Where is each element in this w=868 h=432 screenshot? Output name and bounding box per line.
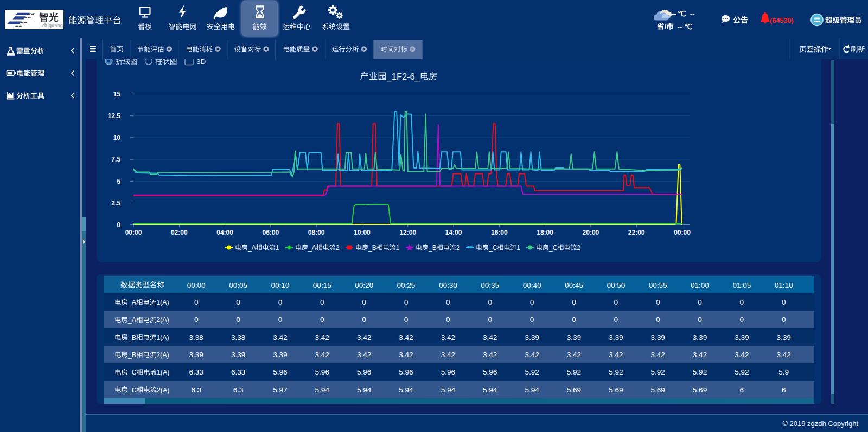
svg-text:15: 15	[113, 91, 121, 98]
svg-text:5.69: 5.69	[609, 386, 623, 394]
svg-text:3.42: 3.42	[399, 351, 413, 359]
svg-text:00:30: 00:30	[439, 281, 457, 289]
svg-text:0: 0	[740, 298, 744, 306]
svg-text:0: 0	[320, 315, 324, 324]
svg-text:/: /	[665, 23, 667, 31]
svg-text:1: 1	[276, 244, 279, 252]
svg-text:_B: _B	[127, 334, 136, 341]
svg-text:Zhiguang: Zhiguang	[42, 23, 63, 28]
svg-text:5.96: 5.96	[441, 368, 455, 376]
svg-text:0: 0	[488, 298, 492, 306]
svg-text:3.42: 3.42	[315, 351, 329, 359]
svg-text:16:00: 16:00	[491, 229, 508, 236]
svg-text:10:00: 10:00	[354, 229, 371, 236]
svg-text:(64530): (64530)	[770, 16, 793, 24]
svg-text:0: 0	[404, 298, 409, 306]
svg-text:04:00: 04:00	[216, 229, 233, 236]
svg-text:_A: _A	[308, 244, 316, 252]
svg-text:5.96: 5.96	[315, 368, 329, 376]
svg-text:5.94: 5.94	[483, 386, 497, 394]
svg-text:5.92: 5.92	[735, 368, 749, 376]
svg-text:3.39: 3.39	[525, 333, 539, 341]
svg-text:0: 0	[362, 298, 366, 306]
svg-text:0: 0	[278, 298, 283, 306]
svg-text:5.97: 5.97	[273, 386, 287, 394]
svg-text:3.42: 3.42	[357, 333, 371, 341]
svg-text:3.39: 3.39	[693, 333, 707, 341]
svg-text:_A: _A	[127, 316, 137, 324]
svg-text:--: --	[690, 10, 695, 18]
svg-text:00:40: 00:40	[523, 281, 541, 289]
svg-text:0: 0	[614, 315, 618, 324]
svg-text:6: 6	[782, 386, 786, 394]
svg-text:1(A): 1(A)	[156, 299, 169, 306]
svg-text:7.5: 7.5	[111, 156, 120, 163]
svg-text:0: 0	[446, 298, 450, 306]
svg-text:5.92: 5.92	[609, 368, 623, 376]
svg-text:3.39: 3.39	[273, 351, 287, 359]
svg-text:3.42: 3.42	[650, 351, 665, 359]
svg-text:00:00: 00:00	[125, 229, 142, 236]
svg-text:0: 0	[572, 298, 576, 306]
svg-text:_1F2-6_: _1F2-6_	[386, 72, 420, 82]
svg-text:0: 0	[404, 315, 409, 324]
svg-text:0: 0	[698, 298, 702, 306]
svg-text:08:00: 08:00	[308, 229, 325, 236]
svg-text:00:15: 00:15	[313, 281, 331, 289]
svg-text:01:10: 01:10	[775, 281, 793, 289]
svg-text:1: 1	[516, 244, 520, 252]
svg-text:06:00: 06:00	[263, 229, 279, 236]
svg-text:12.5: 12.5	[108, 112, 121, 120]
svg-text:14:00: 14:00	[445, 229, 462, 236]
svg-text:3.38: 3.38	[189, 333, 203, 341]
svg-text:0: 0	[614, 298, 618, 306]
svg-text:6.3: 6.3	[191, 386, 201, 394]
svg-text:2.5: 2.5	[111, 199, 120, 207]
svg-text:℃: ℃	[678, 10, 686, 18]
svg-text:5.92: 5.92	[567, 368, 581, 376]
svg-text:© 2019 zgzdh Copyright: © 2019 zgzdh Copyright	[782, 420, 858, 428]
svg-text:3.39: 3.39	[609, 333, 623, 341]
svg-text:3.38: 3.38	[231, 333, 245, 341]
svg-text:00:45: 00:45	[565, 281, 583, 289]
svg-text:0: 0	[320, 298, 324, 306]
svg-text:_C: _C	[548, 244, 558, 252]
svg-text:01:00: 01:00	[691, 281, 709, 289]
svg-text:00:35: 00:35	[481, 281, 499, 289]
svg-text:0: 0	[488, 315, 492, 324]
svg-text:2: 2	[336, 244, 340, 252]
svg-text:0: 0	[782, 298, 786, 306]
svg-text:_A: _A	[127, 299, 137, 306]
svg-text:00:25: 00:25	[397, 281, 416, 289]
svg-text:--: --	[678, 23, 682, 31]
svg-text:3.42: 3.42	[777, 351, 791, 359]
svg-text:5.96: 5.96	[273, 368, 287, 376]
svg-text:00:50: 00:50	[607, 281, 625, 289]
svg-text:5.69: 5.69	[650, 386, 665, 394]
svg-text:2(A): 2(A)	[156, 351, 169, 359]
svg-text:1: 1	[396, 244, 400, 252]
svg-text:5.9: 5.9	[778, 368, 789, 376]
svg-text:10: 10	[113, 134, 121, 141]
svg-text:5.69: 5.69	[693, 386, 707, 394]
svg-text:22:00: 22:00	[628, 229, 645, 236]
svg-text:5.92: 5.92	[650, 368, 665, 376]
svg-text:0: 0	[530, 298, 534, 306]
svg-text:0: 0	[236, 298, 240, 306]
svg-text:5.96: 5.96	[399, 368, 413, 376]
svg-text:0: 0	[572, 315, 576, 324]
svg-text:0: 0	[656, 298, 660, 306]
svg-text:0: 0	[117, 221, 120, 229]
svg-text:_C: _C	[127, 386, 137, 394]
svg-text:0: 0	[782, 315, 786, 324]
svg-text:2(A): 2(A)	[156, 316, 169, 324]
svg-text:6.33: 6.33	[231, 368, 245, 376]
svg-text:0: 0	[194, 298, 199, 306]
svg-text:3.42: 3.42	[315, 333, 329, 341]
svg-text:00:00: 00:00	[674, 229, 691, 236]
svg-text:3.42: 3.42	[609, 351, 623, 359]
svg-text:00:20: 00:20	[355, 281, 373, 289]
svg-text:5.94: 5.94	[441, 386, 456, 394]
svg-text:2(A): 2(A)	[157, 386, 169, 394]
svg-text:2: 2	[577, 244, 580, 252]
